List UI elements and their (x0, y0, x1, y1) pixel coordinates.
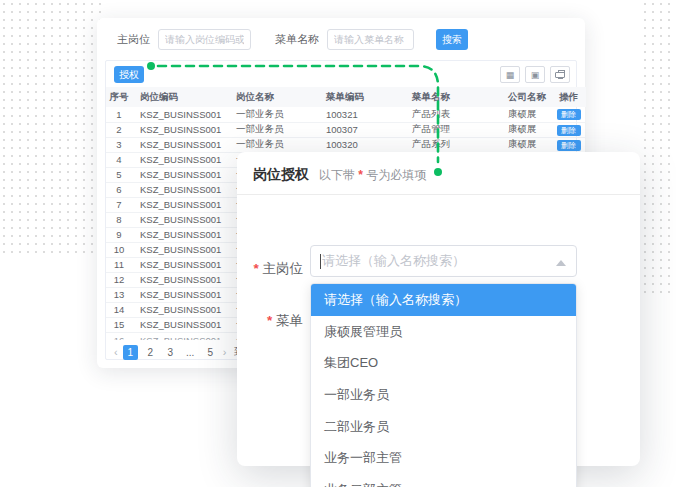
table-cell: KSZ_BUSINSS001 (132, 242, 228, 257)
printer-glyph (555, 72, 565, 78)
table-cell: 15 (106, 317, 132, 332)
subtitle-suffix: 号为必填项 (366, 168, 426, 182)
table-cell: 删除 (551, 122, 586, 137)
table-cell: 康硕展 (500, 107, 551, 122)
table-cell: 一部业务员 (228, 137, 318, 152)
table-cell: 一部业务员 (228, 107, 318, 122)
table-cell: KSZ_BUSINSS001 (132, 272, 228, 287)
table-cell: 100321 (318, 107, 404, 122)
modal-header: 岗位授权 以下带 * 号为必填项 (237, 152, 640, 195)
export-icon[interactable]: ▣ (525, 66, 545, 83)
table-cell: 产品系列 (404, 137, 500, 152)
table-cell: 2 (106, 122, 132, 137)
table-row: 3KSZ_BUSINSS001一部业务员100320产品系列康硕展删除 (106, 137, 586, 152)
dropdown-option[interactable]: 业务二部主管 (311, 474, 576, 487)
modal-body: * 主岗位 请选择（输入名称搜索） * 菜单 请选择（输入名称搜索）康硕展管理员… (237, 195, 640, 465)
table-cell: 9 (106, 227, 132, 242)
column-header: 岗位名称 (228, 87, 318, 107)
menu-name-input[interactable] (327, 29, 414, 50)
table-cell: 康硕展 (500, 122, 551, 137)
required-asterisk: * (358, 168, 363, 182)
row-number: 16 (106, 333, 132, 340)
position-dropdown-panel: 请选择（输入名称搜索）康硕展管理员集团CEO一部业务员二部业务员业务一部主管业务… (310, 283, 577, 487)
dropdown-option[interactable]: 康硕展管理员 (311, 316, 576, 348)
table-cell: KSZ_BUSINSS001 (132, 167, 228, 182)
required-asterisk: * (267, 313, 272, 328)
authorize-button[interactable]: 授权 (114, 66, 144, 83)
column-header: 序号 (106, 87, 132, 107)
menu-name-label: 菜单名称 (275, 32, 319, 47)
main-position-input[interactable] (158, 29, 251, 50)
page: 主岗位 菜单名称 搜索 授权 ▦ ▣ 序号岗位编码岗位名称菜单编码菜单名称公司名… (0, 0, 676, 487)
page-number[interactable]: 1 (123, 345, 138, 360)
page-number[interactable]: 3 (163, 345, 178, 360)
table-cell: 100307 (318, 122, 404, 137)
table-cell: 一部业务员 (228, 122, 318, 137)
table-cell: 3 (106, 137, 132, 152)
delete-button[interactable]: 删除 (557, 140, 581, 151)
next-page-arrow[interactable]: › (223, 345, 227, 360)
table-cell: 产品管理 (404, 122, 500, 137)
page-number[interactable]: 2 (143, 345, 158, 360)
table-cell: 13 (106, 287, 132, 302)
table-cell: 14 (106, 302, 132, 317)
position-code-cell: KSZ_BUSINSS001 (132, 333, 228, 340)
dropdown-option[interactable]: 集团CEO (311, 347, 576, 379)
table-cell: KSZ_BUSINSS001 (132, 197, 228, 212)
select-placeholder: 请选择（输入名称搜索） (322, 252, 465, 270)
dot-pattern-decoration (0, 0, 102, 256)
table-cell: KSZ_BUSINSS001 (132, 182, 228, 197)
grid-icon: ▦ (506, 70, 515, 80)
dropdown-option[interactable]: 一部业务员 (311, 379, 576, 411)
table-cell: KSZ_BUSINSS001 (132, 287, 228, 302)
column-settings-icon[interactable]: ▦ (500, 66, 520, 83)
column-header: 公司名称 (500, 87, 551, 107)
dropdown-option[interactable]: 请选择（输入名称搜索） (311, 284, 576, 316)
table-cell: 产品列表 (404, 107, 500, 122)
page-number[interactable]: 5 (203, 345, 218, 360)
field-label-text: 主岗位 (263, 261, 304, 276)
table-cell: 康硕展 (500, 137, 551, 152)
table-cell: KSZ_BUSINSS001 (132, 302, 228, 317)
table-cell: KSZ_BUSINSS001 (132, 152, 228, 167)
table-cell: 12 (106, 272, 132, 287)
table-cell: KSZ_BUSINSS001 (132, 122, 228, 137)
table-cell: 10 (106, 242, 132, 257)
delete-button[interactable]: 删除 (557, 125, 581, 136)
page-ellipsis: ... (183, 345, 198, 360)
table-cell: 11 (106, 257, 132, 272)
search-button[interactable]: 搜索 (436, 29, 468, 50)
table-cell: 7 (106, 197, 132, 212)
modal-title: 岗位授权 (253, 166, 309, 184)
modal-subtitle: 以下带 * 号为必填项 (319, 167, 426, 184)
table-row: 2KSZ_BUSINSS001一部业务员100307产品管理康硕展删除 (106, 122, 586, 137)
subtitle-prefix: 以下带 (319, 168, 355, 182)
toolbar-icon-group: ▦ ▣ (500, 66, 570, 83)
table-cell: 5 (106, 167, 132, 182)
text-cursor (320, 254, 321, 269)
menu-field-label: * 菜单 (241, 312, 303, 330)
column-header: 菜单名称 (404, 87, 500, 107)
stamp-icon: ▣ (531, 70, 540, 80)
main-position-select[interactable]: 请选择（输入名称搜索） (310, 245, 577, 277)
table-cell: KSZ_BUSINSS001 (132, 317, 228, 332)
print-icon[interactable] (550, 66, 570, 83)
table-cell: 8 (106, 212, 132, 227)
table-cell: KSZ_BUSINSS001 (132, 212, 228, 227)
dropdown-option[interactable]: 二部业务员 (311, 411, 576, 443)
table-cell: 删除 (551, 137, 586, 152)
delete-button[interactable]: 删除 (557, 109, 581, 120)
prev-page-arrow[interactable]: ‹ (114, 345, 118, 360)
table-cell: 4 (106, 152, 132, 167)
table-row: 1KSZ_BUSINSS001一部业务员100321产品列表康硕展删除 (106, 107, 586, 122)
dropdown-option[interactable]: 业务一部主管 (311, 442, 576, 474)
table-cell: 1 (106, 107, 132, 122)
column-header: 岗位编码 (132, 87, 228, 107)
table-cell: KSZ_BUSINSS001 (132, 107, 228, 122)
search-bar: 主岗位 菜单名称 搜索 (97, 18, 585, 51)
position-authorization-modal: 岗位授权 以下带 * 号为必填项 * 主岗位 请选择（输入名称搜索） * 菜单 … (237, 152, 640, 466)
table-header-row: 序号岗位编码岗位名称菜单编码菜单名称公司名称操作 (106, 87, 586, 107)
required-asterisk: * (253, 261, 258, 276)
table-cell: KSZ_BUSINSS001 (132, 227, 228, 242)
table-cell: 6 (106, 182, 132, 197)
